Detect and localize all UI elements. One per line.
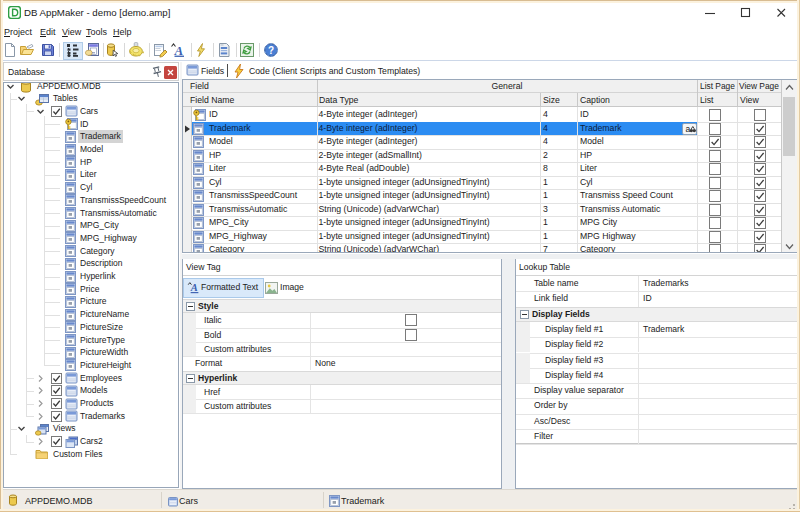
- svg-text:a: a: [685, 124, 690, 134]
- svg-text:?: ?: [268, 45, 274, 56]
- svg-text:A: A: [190, 282, 198, 293]
- svg-text:A: A: [174, 43, 184, 58]
